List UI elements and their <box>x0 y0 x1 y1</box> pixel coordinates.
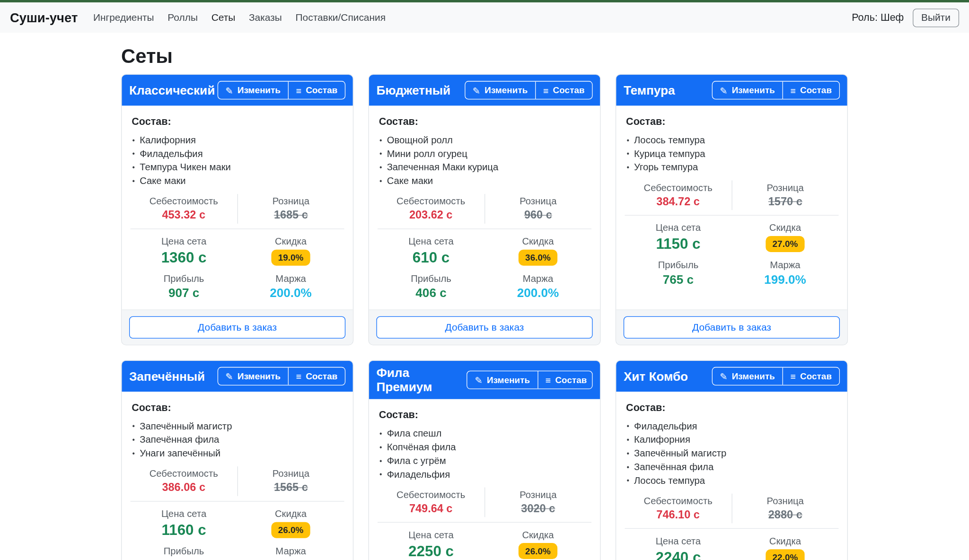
edit-set-button[interactable]: ✎Изменить <box>465 81 535 99</box>
price-value: 2250 с <box>378 541 484 560</box>
composition-item: Саке маки <box>378 174 591 188</box>
nav-link-orders[interactable]: Заказы <box>242 7 289 28</box>
composition-list: Филадельфия Калифорния Запечённый магист… <box>625 420 838 488</box>
edit-set-button[interactable]: ✎Изменить <box>712 81 782 99</box>
set-card: Хит Комбо ✎Изменить ≡Состав Состав: Фила… <box>616 360 848 560</box>
set-card-body: Состав: Овощной ролл Мини ролл огурец За… <box>369 105 600 309</box>
composition-item: Угорь темпура <box>625 161 838 175</box>
list-icon: ≡ <box>790 86 795 95</box>
set-card: Бюджетный ✎Изменить ≡Состав Состав: Овощ… <box>368 74 600 345</box>
cost-value: 386.06 с <box>131 480 237 496</box>
set-card: Фила Премиум ✎Изменить ≡Состав Состав: Ф… <box>368 360 600 560</box>
edit-button-label: Изменить <box>238 85 281 95</box>
price-label: Цена сета <box>625 534 731 547</box>
edit-button-label: Изменить <box>487 375 530 385</box>
header-button-group: ✎Изменить ≡Состав <box>712 81 840 99</box>
retail-label: Розница <box>238 467 344 480</box>
composition-button-label: Состав <box>800 371 832 381</box>
nav-link-sets[interactable]: Сеты <box>204 7 242 28</box>
stats-divider <box>378 522 591 523</box>
price-value: 1150 с <box>625 234 731 253</box>
set-card-header: Хит Комбо ✎Изменить ≡Состав <box>616 361 847 392</box>
cost-label: Себестоимость <box>378 488 484 501</box>
nav-link-rolls[interactable]: Роллы <box>161 7 204 28</box>
composition-item: Фила с угрём <box>378 454 591 468</box>
price-value: 1360 с <box>131 248 238 267</box>
set-card-header: Темпура ✎Изменить ≡Состав <box>616 75 847 105</box>
set-card: Классический ✎Изменить ≡Состав Состав: К… <box>121 74 353 345</box>
edit-set-button[interactable]: ✎Изменить <box>218 81 288 99</box>
composition-button[interactable]: ≡Состав <box>537 371 593 389</box>
composition-button[interactable]: ≡Состав <box>288 81 345 99</box>
list-icon: ≡ <box>546 375 551 385</box>
composition-title: Состав: <box>626 115 838 127</box>
composition-title: Состав: <box>132 402 344 413</box>
price-label: Цена сета <box>131 235 238 247</box>
brand[interactable]: Суши-учет <box>10 10 78 25</box>
discount-badge: 22.0% <box>766 549 804 560</box>
price-value: 2240 с <box>625 547 731 560</box>
profit-value: 907 с <box>131 285 238 301</box>
stats-divider <box>625 215 838 216</box>
add-to-order-button[interactable]: Добавить в заказ <box>624 316 840 339</box>
cost-label: Себестоимость <box>625 181 731 194</box>
set-stats: Себестоимость386.06 с Розница1565 с Цена… <box>131 466 344 560</box>
profit-value: 406 с <box>378 285 484 301</box>
set-card-header: Классический ✎Изменить ≡Состав <box>122 75 352 105</box>
logout-button[interactable]: Выйти <box>913 9 959 27</box>
composition-item: Овощной ролл <box>378 133 591 147</box>
composition-title: Состав: <box>379 409 591 421</box>
set-stats: Себестоимость453.32 с Розница1685 с Цена… <box>131 194 344 302</box>
nav-link-supplies[interactable]: Поставки/Списания <box>289 7 392 28</box>
margin-label: Маржа <box>731 258 838 271</box>
discount-label: Скидка <box>484 235 591 247</box>
price-label: Цена сета <box>131 507 238 520</box>
composition-button[interactable]: ≡Состав <box>288 368 345 385</box>
set-card-body: Состав: Филадельфия Калифорния Запечённы… <box>616 392 847 560</box>
retail-label: Розница <box>238 194 344 207</box>
margin-label: Маржа <box>238 544 344 557</box>
composition-item: Саке маки <box>131 174 344 188</box>
margin-value: 200.0% <box>484 285 591 301</box>
composition-title: Состав: <box>379 115 591 127</box>
edit-set-button[interactable]: ✎Изменить <box>467 371 537 389</box>
margin-value: 200.0% <box>238 557 344 560</box>
edit-button-label: Изменить <box>732 371 775 381</box>
retail-value: 3020 с <box>485 501 591 516</box>
list-icon: ≡ <box>296 86 301 95</box>
retail-label: Розница <box>485 488 591 501</box>
nav-link-ingredients[interactable]: Ингредиенты <box>87 7 161 28</box>
composition-item: Калифорния <box>131 133 344 147</box>
composition-title: Состав: <box>626 402 838 413</box>
composition-button[interactable]: ≡Состав <box>782 368 839 385</box>
composition-item: Запеченная Маки курица <box>378 161 591 175</box>
composition-button[interactable]: ≡Состав <box>782 81 839 99</box>
add-to-order-button[interactable]: Добавить в заказ <box>129 316 345 339</box>
edit-set-button[interactable]: ✎Изменить <box>218 368 288 385</box>
set-card-body: Состав: Фила спешл Копчёная фила Фила с … <box>369 399 600 560</box>
profit-value: 774 с <box>131 557 238 560</box>
stats-divider <box>625 528 838 529</box>
discount-label: Скидка <box>731 534 838 547</box>
stats-divider <box>131 228 344 229</box>
edit-set-button[interactable]: ✎Изменить <box>712 368 782 385</box>
profit-label: Прибыль <box>131 544 238 557</box>
composition-item: Запечённая фила <box>625 460 838 474</box>
list-icon: ≡ <box>543 86 548 95</box>
set-card: Темпура ✎Изменить ≡Состав Состав: Лосось… <box>616 74 848 345</box>
role-label: Роль: Шеф <box>852 12 904 24</box>
margin-value: 200.0% <box>238 285 344 301</box>
composition-button[interactable]: ≡Состав <box>535 81 592 99</box>
discount-badge: 36.0% <box>519 250 557 266</box>
composition-item: Фила спешл <box>378 427 591 441</box>
main-content: Сеты Классический ✎Изменить ≡Состав Сост… <box>121 33 848 560</box>
composition-item: Филадельфия <box>131 147 344 161</box>
composition-item: Унаги запечённый <box>131 446 344 460</box>
set-stats: Себестоимость384.72 с Розница1570 с Цена… <box>625 180 838 289</box>
header-button-group: ✎Изменить ≡Состав <box>467 371 593 389</box>
composition-item: Запечённый магистр <box>131 420 344 433</box>
set-card-header: Фила Премиум ✎Изменить ≡Состав <box>369 361 600 399</box>
page-title: Сеты <box>121 45 848 68</box>
profit-label: Прибыль <box>625 258 731 271</box>
add-to-order-button[interactable]: Добавить в заказ <box>376 316 592 339</box>
